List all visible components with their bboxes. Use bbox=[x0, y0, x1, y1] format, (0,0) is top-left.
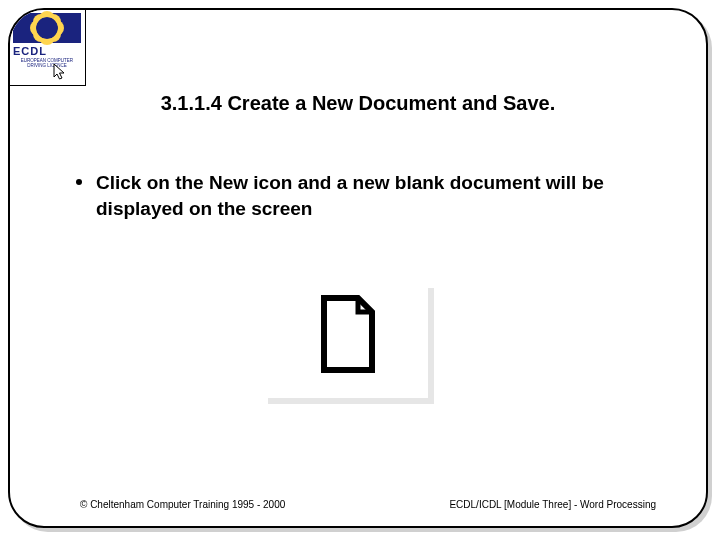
eu-flag-icon bbox=[13, 13, 81, 43]
cursor-icon bbox=[53, 63, 67, 81]
logo-subtitle: EUROPEAN COMPUTER DRIVING LICENCE bbox=[13, 59, 81, 69]
slide-frame: ECDL EUROPEAN COMPUTER DRIVING LICENCE 3… bbox=[8, 8, 708, 528]
bullet-text: Click on the New icon and a new blank do… bbox=[96, 170, 654, 221]
ecdl-logo: ECDL EUROPEAN COMPUTER DRIVING LICENCE bbox=[8, 8, 86, 86]
logo-acronym: ECDL bbox=[13, 45, 81, 57]
slide-title: 3.1.1.4 Create a New Document and Save. bbox=[10, 92, 706, 115]
toolbar-icon-illustration bbox=[258, 278, 428, 398]
footer-module: ECDL/ICDL [Module Three] - Word Processi… bbox=[449, 499, 656, 510]
bullet-pre: Click on the bbox=[96, 172, 209, 193]
bullet-list: Click on the New icon and a new blank do… bbox=[76, 170, 654, 221]
bullet-marker-icon bbox=[76, 179, 82, 185]
illustration-surface bbox=[258, 278, 428, 398]
new-document-icon bbox=[320, 294, 376, 374]
footer-copyright: © Cheltenham Computer Training 1995 - 20… bbox=[80, 499, 285, 510]
bullet-keyword: New bbox=[209, 172, 248, 193]
bullet-item: Click on the New icon and a new blank do… bbox=[76, 170, 654, 221]
